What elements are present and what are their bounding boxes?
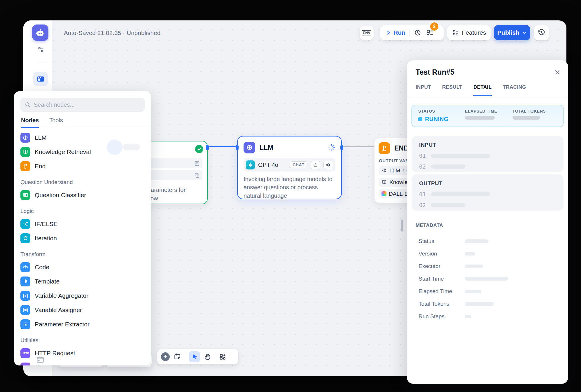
plus-icon bbox=[163, 354, 168, 359]
edge-start-to-llm bbox=[208, 146, 238, 147]
running-status-dot bbox=[418, 117, 422, 121]
version-history-button[interactable] bbox=[534, 25, 549, 40]
value-placeholder bbox=[465, 265, 483, 268]
palette-item-knowledge-retrieval[interactable]: Knowledge Retrieval bbox=[20, 145, 145, 159]
copy-document-icon bbox=[194, 172, 200, 178]
palette-item-variable-aggregator[interactable]: {x} Variable Aggregator bbox=[20, 288, 145, 303]
section-utilities: Utilities bbox=[20, 331, 145, 346]
output-handle[interactable] bbox=[340, 145, 343, 150]
add-node-button[interactable] bbox=[161, 352, 170, 361]
output-placeholder-bar bbox=[431, 203, 466, 207]
total-tokens-placeholder bbox=[512, 116, 540, 120]
pointer-tool-button[interactable] bbox=[189, 351, 200, 362]
app: Auto-Saved 21:02:35 · Unpublished ENV Ru… bbox=[0, 0, 581, 392]
llm-node[interactable]: LLM GPT-4o CHAT Invoking large language … bbox=[237, 136, 342, 199]
metadata-row: Run Steps bbox=[419, 310, 559, 323]
metadata-row: Total Tokens bbox=[419, 298, 559, 310]
palette-item-parameter-extractor[interactable]: Parameter Extractor bbox=[20, 317, 145, 331]
palette-item-iteration[interactable]: Iteration bbox=[20, 231, 145, 245]
edge-llm-to-end bbox=[342, 146, 374, 147]
env-button[interactable]: ENV bbox=[360, 26, 374, 40]
tab-detail[interactable]: DETAIL bbox=[473, 84, 492, 96]
success-check-icon bbox=[195, 145, 203, 153]
notification-badge[interactable]: 2 bbox=[430, 22, 438, 31]
list-operator-icon bbox=[20, 363, 30, 366]
output-handle[interactable] bbox=[206, 145, 209, 150]
chat-badge: CHAT bbox=[290, 161, 307, 168]
variable-aggregator-icon: {x} bbox=[20, 291, 30, 301]
palette-item-llm[interactable]: LLM bbox=[20, 130, 145, 145]
http-request-icon: HTTP bbox=[20, 348, 30, 358]
publish-button[interactable]: Publish bbox=[494, 25, 530, 40]
status-label: STATUS bbox=[418, 109, 449, 113]
end-flag-icon bbox=[379, 142, 390, 154]
tabs-divider bbox=[407, 97, 568, 97]
close-button[interactable] bbox=[554, 69, 561, 76]
sliders-icon bbox=[37, 46, 45, 54]
checklist-button[interactable]: 2 bbox=[426, 29, 434, 37]
palette-item-end[interactable]: End bbox=[20, 159, 145, 173]
run-button[interactable]: Run bbox=[385, 29, 405, 36]
parameter-extractor-icon bbox=[20, 319, 30, 329]
model-selector[interactable]: GPT-4o CHAT bbox=[244, 158, 335, 172]
line-number: 01 bbox=[419, 153, 426, 159]
model-name: GPT-4o bbox=[258, 162, 286, 168]
code-icon: </> bbox=[20, 262, 30, 272]
metadata-title: METADATA bbox=[416, 223, 443, 228]
palette-item-question-classifier[interactable]: Question Classifier bbox=[20, 188, 145, 202]
tab-nodes[interactable]: Nodes bbox=[21, 117, 39, 128]
llm-icon bbox=[244, 142, 255, 153]
value-placeholder bbox=[465, 302, 494, 306]
llm-icon bbox=[20, 133, 30, 143]
input-placeholder-bar bbox=[431, 164, 466, 169]
value-placeholder bbox=[465, 277, 508, 281]
run-history-button[interactable] bbox=[414, 29, 422, 37]
line-number: 02 bbox=[419, 202, 426, 208]
tab-result[interactable]: RESULT bbox=[442, 84, 462, 96]
minimap-button[interactable] bbox=[36, 355, 45, 365]
run-toolbar: Run 2 bbox=[380, 25, 444, 40]
node-palette: Nodes Tools LLM Knowledge Retrieval En bbox=[14, 91, 151, 365]
organize-icon bbox=[219, 353, 226, 360]
total-tokens-label: TOTAL TOKENS bbox=[512, 109, 546, 113]
run-panel-tabs: INPUT RESULT DETAIL TRACING bbox=[416, 84, 526, 96]
clock-play-icon bbox=[414, 29, 422, 37]
input-handle[interactable] bbox=[236, 145, 239, 150]
knowledge-retrieval-icon bbox=[20, 147, 30, 157]
palette-item-variable-assigner[interactable]: {=} Variable Assigner bbox=[20, 303, 145, 317]
question-classifier-icon bbox=[20, 190, 30, 200]
running-spinner-icon bbox=[327, 144, 335, 152]
add-note-button[interactable] bbox=[174, 353, 181, 360]
hand-tool-button[interactable] bbox=[204, 353, 211, 360]
autosave-status: Auto-Saved 21:02:35 · Unpublished bbox=[64, 29, 160, 36]
book-mini-icon bbox=[382, 179, 387, 185]
organize-nodes-button[interactable] bbox=[219, 353, 226, 360]
search-icon bbox=[24, 102, 31, 108]
line-number: 01 bbox=[419, 191, 426, 197]
features-button[interactable]: Features bbox=[447, 25, 491, 40]
workflow-settings-button[interactable] bbox=[37, 46, 45, 54]
metadata-list: Status Version Executor Start Time Elaps… bbox=[419, 235, 559, 323]
end-node-title: END bbox=[394, 144, 409, 152]
preview-panel-button[interactable] bbox=[33, 72, 48, 86]
status-value: RUNING bbox=[425, 116, 449, 123]
sidebar-divider bbox=[35, 62, 47, 62]
env-icon: ENV bbox=[362, 30, 371, 36]
palette-item-if-else[interactable]: IF/ELSE bbox=[20, 217, 145, 231]
section-logic: Logic bbox=[20, 202, 145, 217]
vision-toggle[interactable] bbox=[323, 161, 333, 169]
value-placeholder bbox=[465, 252, 475, 256]
elapsed-time-placeholder bbox=[465, 116, 495, 120]
agent-mode-button[interactable] bbox=[311, 161, 320, 169]
tab-input[interactable]: INPUT bbox=[416, 84, 431, 96]
panel-resize-handle[interactable] bbox=[401, 219, 403, 232]
node-search[interactable] bbox=[20, 98, 145, 112]
status-card: STATUS RUNING ELAPSED TIME TOTAL TOKENS bbox=[412, 105, 564, 127]
search-input[interactable] bbox=[34, 102, 141, 108]
app-logo[interactable] bbox=[32, 24, 48, 41]
tab-tools[interactable]: Tools bbox=[49, 117, 63, 128]
palette-item-code[interactable]: </> Code bbox=[20, 260, 145, 274]
iteration-icon bbox=[20, 233, 30, 243]
tab-tracing[interactable]: TRACING bbox=[503, 84, 526, 96]
palette-item-template[interactable]: Template bbox=[20, 274, 145, 288]
